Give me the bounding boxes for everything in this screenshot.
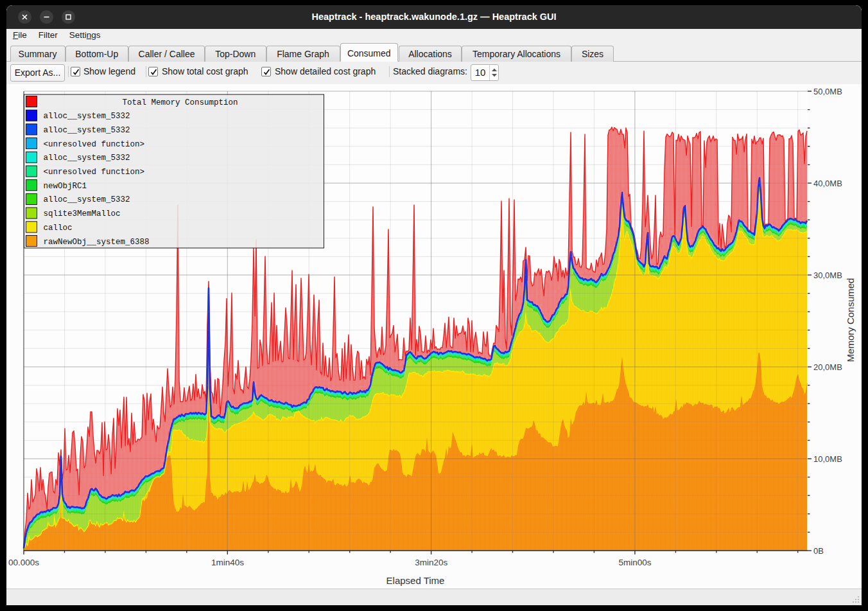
svg-text:0B: 0B [813,546,824,556]
svg-text:5min00s: 5min00s [618,558,651,567]
svg-text:Total Memory Consumption: Total Memory Consumption [122,98,238,107]
svg-text:Memory Consumed: Memory Consumed [845,278,856,362]
svg-text:20,0MB: 20,0MB [813,362,842,372]
svg-text:3min20s: 3min20s [415,558,447,567]
svg-text:newObjRC1: newObjRC1 [44,182,87,191]
svg-text:10,0MB: 10,0MB [813,454,842,464]
svg-text:30,0MB: 30,0MB [813,270,842,280]
svg-text:sqlite3MemMalloc: sqlite3MemMalloc [44,209,121,218]
svg-text:alloc__system_5332: alloc__system_5332 [44,154,130,163]
svg-text:rawNewObj__system_6388: rawNewObj__system_6388 [44,238,150,247]
svg-text:40,0MB: 40,0MB [813,179,842,188]
svg-text:00.000s: 00.000s [8,558,39,567]
svg-text:1min40s: 1min40s [211,558,244,567]
svg-text:50,0MB: 50,0MB [813,87,842,96]
svg-text:<unresolved function>: <unresolved function> [44,140,145,149]
svg-text:alloc__system_5332: alloc__system_5332 [44,112,130,121]
svg-text:alloc__system_5332: alloc__system_5332 [44,195,130,204]
svg-text:Elapsed Time: Elapsed Time [386,575,445,586]
svg-text:alloc__system_5332: alloc__system_5332 [44,126,130,135]
svg-text:<unresolved function>: <unresolved function> [44,168,145,177]
svg-text:calloc: calloc [44,224,73,233]
